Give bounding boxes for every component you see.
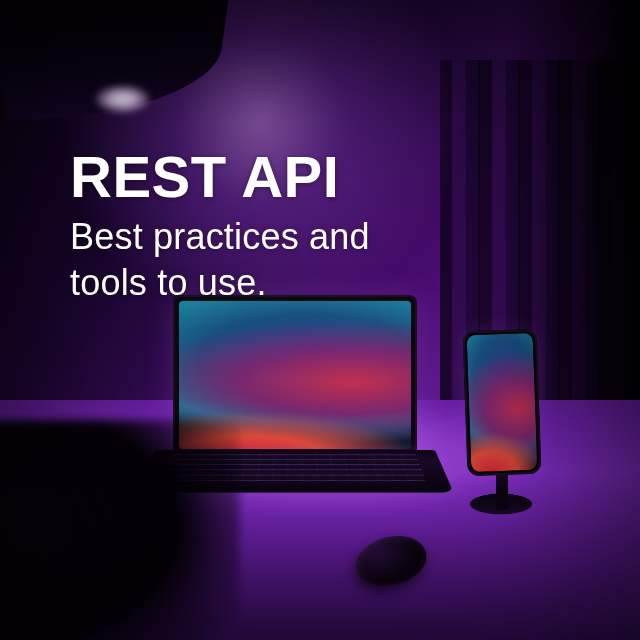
lamp-bulb: [95, 85, 150, 113]
phone-wallpaper: [467, 333, 538, 472]
phone: [462, 329, 541, 476]
hero-title: REST API: [70, 148, 450, 206]
phone-on-stand: [460, 330, 550, 505]
foreground-shadow: [0, 420, 240, 640]
hero-scene: REST API Best practices and tools to use…: [0, 0, 640, 640]
hero-subtitle: Best practices and tools to use.: [70, 214, 450, 306]
text-overlay: REST API Best practices and tools to use…: [70, 148, 450, 306]
